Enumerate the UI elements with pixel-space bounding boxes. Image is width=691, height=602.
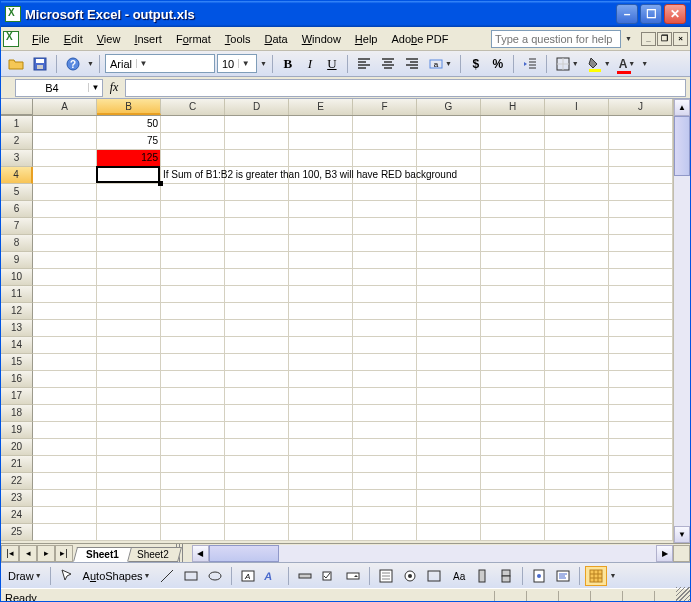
cell-H25[interactable] xyxy=(481,524,545,541)
cell-C4[interactable]: If Sum of B1:B2 is greater than 100, B3 … xyxy=(161,167,225,184)
cell-H12[interactable] xyxy=(481,303,545,320)
bold-button[interactable]: B xyxy=(278,54,298,74)
menu-edit[interactable]: Edit xyxy=(57,30,90,48)
help-search-input[interactable] xyxy=(491,30,621,48)
cell-I22[interactable] xyxy=(545,473,609,490)
cell-F5[interactable] xyxy=(353,184,417,201)
cell-G7[interactable] xyxy=(417,218,481,235)
cell-F14[interactable] xyxy=(353,337,417,354)
cell-G21[interactable] xyxy=(417,456,481,473)
column-header-C[interactable]: C xyxy=(161,99,225,115)
cell-E23[interactable] xyxy=(289,490,353,507)
cell-H13[interactable] xyxy=(481,320,545,337)
cell-E20[interactable] xyxy=(289,439,353,456)
cell-I4[interactable] xyxy=(545,167,609,184)
cell-D9[interactable] xyxy=(225,252,289,269)
column-header-G[interactable]: G xyxy=(417,99,481,115)
cell-B11[interactable] xyxy=(97,286,161,303)
currency-button[interactable]: $ xyxy=(466,54,486,74)
cell-J17[interactable] xyxy=(609,388,673,405)
cell-C13[interactable] xyxy=(161,320,225,337)
cell-H17[interactable] xyxy=(481,388,545,405)
help-button[interactable]: ? xyxy=(62,54,84,74)
cell-F1[interactable] xyxy=(353,116,417,133)
cell-I12[interactable] xyxy=(545,303,609,320)
cell-D21[interactable] xyxy=(225,456,289,473)
cell-F18[interactable] xyxy=(353,405,417,422)
cell-A24[interactable] xyxy=(33,507,97,524)
cell-I8[interactable] xyxy=(545,235,609,252)
cell-E21[interactable] xyxy=(289,456,353,473)
scroll-right-button[interactable]: ▶ xyxy=(656,545,673,562)
cell-B22[interactable] xyxy=(97,473,161,490)
font-size-combo[interactable]: 10▼ xyxy=(217,54,257,73)
cell-F9[interactable] xyxy=(353,252,417,269)
cell-C22[interactable] xyxy=(161,473,225,490)
row-header-16[interactable]: 16 xyxy=(1,371,33,388)
cell-I2[interactable] xyxy=(545,133,609,150)
sheet-nav-last[interactable]: ▸| xyxy=(55,545,73,562)
row-header-6[interactable]: 6 xyxy=(1,201,33,218)
row-header-17[interactable]: 17 xyxy=(1,388,33,405)
form-checkbox-button[interactable] xyxy=(318,566,340,586)
cell-I16[interactable] xyxy=(545,371,609,388)
cell-D7[interactable] xyxy=(225,218,289,235)
cell-B25[interactable] xyxy=(97,524,161,541)
cell-G6[interactable] xyxy=(417,201,481,218)
cell-A4[interactable] xyxy=(33,167,97,184)
chevron-down-icon[interactable]: ▼ xyxy=(136,59,150,68)
cell-H21[interactable] xyxy=(481,456,545,473)
cell-H24[interactable] xyxy=(481,507,545,524)
font-name-combo[interactable]: Arial▼ xyxy=(105,54,215,73)
italic-button[interactable]: I xyxy=(300,54,320,74)
cell-C24[interactable] xyxy=(161,507,225,524)
cell-B23[interactable] xyxy=(97,490,161,507)
cell-D6[interactable] xyxy=(225,201,289,218)
mdi-restore-button[interactable]: ❐ xyxy=(657,32,672,46)
cell-B7[interactable] xyxy=(97,218,161,235)
cell-E3[interactable] xyxy=(289,150,353,167)
menu-insert[interactable]: Insert xyxy=(127,30,169,48)
scroll-track[interactable] xyxy=(209,545,657,562)
cell-G8[interactable] xyxy=(417,235,481,252)
window-close-button[interactable]: ✕ xyxy=(664,4,686,24)
column-header-I[interactable]: I xyxy=(545,99,609,115)
cell-A16[interactable] xyxy=(33,371,97,388)
cell-A25[interactable] xyxy=(33,524,97,541)
cell-B1[interactable]: 50 xyxy=(97,116,161,133)
row-header-5[interactable]: 5 xyxy=(1,184,33,201)
cell-D13[interactable] xyxy=(225,320,289,337)
cell-B10[interactable] xyxy=(97,269,161,286)
cell-B8[interactable] xyxy=(97,235,161,252)
cell-E19[interactable] xyxy=(289,422,353,439)
cell-B9[interactable] xyxy=(97,252,161,269)
cell-D16[interactable] xyxy=(225,371,289,388)
cell-I21[interactable] xyxy=(545,456,609,473)
row-header-25[interactable]: 25 xyxy=(1,524,33,541)
cell-H10[interactable] xyxy=(481,269,545,286)
cell-F12[interactable] xyxy=(353,303,417,320)
column-header-E[interactable]: E xyxy=(289,99,353,115)
cell-C6[interactable] xyxy=(161,201,225,218)
cell-H7[interactable] xyxy=(481,218,545,235)
form-label-button[interactable]: Aa xyxy=(447,566,469,586)
select-all-corner[interactable] xyxy=(1,99,33,115)
cell-E7[interactable] xyxy=(289,218,353,235)
cell-A14[interactable] xyxy=(33,337,97,354)
row-header-19[interactable]: 19 xyxy=(1,422,33,439)
cell-D8[interactable] xyxy=(225,235,289,252)
cell-A11[interactable] xyxy=(33,286,97,303)
mdi-minimize-button[interactable]: _ xyxy=(641,32,656,46)
form-combo-button[interactable] xyxy=(342,566,364,586)
cell-A8[interactable] xyxy=(33,235,97,252)
cell-C15[interactable] xyxy=(161,354,225,371)
cell-C3[interactable] xyxy=(161,150,225,167)
cell-B17[interactable] xyxy=(97,388,161,405)
row-header-1[interactable]: 1 xyxy=(1,116,33,133)
row-header-2[interactable]: 2 xyxy=(1,133,33,150)
cell-I11[interactable] xyxy=(545,286,609,303)
cell-E2[interactable] xyxy=(289,133,353,150)
cell-F24[interactable] xyxy=(353,507,417,524)
cell-D20[interactable] xyxy=(225,439,289,456)
cell-H11[interactable] xyxy=(481,286,545,303)
